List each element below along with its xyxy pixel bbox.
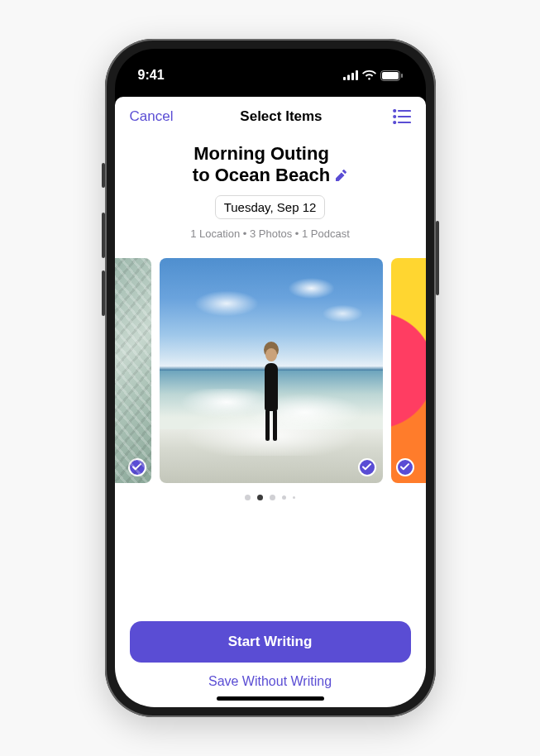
title-row[interactable]: Morning Outing to Ocean Beach	[193, 143, 347, 187]
status-right	[343, 70, 403, 81]
media-carousel[interactable]	[115, 258, 426, 483]
dot-active	[257, 495, 263, 500]
start-writing-button[interactable]: Start Writing	[130, 621, 411, 663]
photo-sky	[160, 258, 383, 359]
dot	[293, 496, 295, 499]
selection-check[interactable]	[396, 458, 414, 476]
svg-rect-1	[347, 75, 350, 81]
date-picker[interactable]: Tuesday, Sep 12	[215, 195, 326, 219]
header-block: Morning Outing to Ocean Beach Tuesday, S…	[115, 133, 426, 245]
check-icon	[400, 463, 409, 471]
selection-check[interactable]	[128, 458, 146, 476]
side-button	[102, 163, 105, 188]
wifi-icon	[362, 70, 376, 80]
side-button	[436, 221, 439, 295]
bottom-actions: Start Writing Save Without Writing	[115, 621, 426, 707]
svg-rect-5	[382, 72, 399, 79]
svg-rect-0	[343, 77, 346, 80]
svg-point-7	[394, 110, 395, 112]
pencil-icon[interactable]	[335, 169, 347, 184]
dynamic-island	[222, 59, 319, 87]
side-button	[102, 270, 105, 316]
battery-icon	[380, 70, 403, 81]
dot	[270, 495, 275, 500]
selection-check[interactable]	[358, 458, 376, 476]
svg-rect-3	[356, 70, 358, 80]
home-indicator[interactable]	[217, 696, 324, 701]
entry-title: Morning Outing to Ocean Beach	[193, 143, 330, 187]
svg-point-9	[394, 116, 395, 117]
cellular-icon	[343, 70, 358, 80]
dot	[282, 495, 286, 500]
check-icon	[362, 463, 371, 471]
carousel-item-current[interactable]	[160, 258, 383, 483]
check-icon	[132, 463, 141, 471]
dot	[245, 495, 251, 500]
carousel-item-prev[interactable]	[115, 258, 151, 483]
title-line-2: to Ocean Beach	[193, 165, 330, 185]
carousel-item-next[interactable]	[391, 258, 426, 483]
photo-subject	[257, 348, 285, 447]
phone-frame: 9:41 Cancel Select Items	[105, 39, 436, 717]
page-indicator	[115, 495, 426, 500]
list-view-button[interactable]	[389, 109, 411, 124]
title-line-1: Morning Outing	[194, 143, 329, 164]
save-without-writing-button[interactable]: Save Without Writing	[208, 674, 332, 689]
screen: 9:41 Cancel Select Items	[115, 49, 426, 707]
side-button	[102, 213, 105, 258]
meta-summary: 1 Location • 3 Photos • 1 Podcast	[131, 227, 409, 240]
nav-bar: Cancel Select Items	[115, 97, 426, 133]
page-title: Select Items	[240, 108, 322, 125]
app-content: Cancel Select Items	[115, 97, 426, 707]
status-time: 9:41	[138, 68, 165, 83]
svg-rect-2	[351, 73, 354, 80]
cancel-button[interactable]: Cancel	[130, 108, 174, 125]
svg-rect-6	[401, 74, 403, 78]
svg-point-11	[394, 122, 395, 123]
list-icon	[393, 109, 411, 124]
